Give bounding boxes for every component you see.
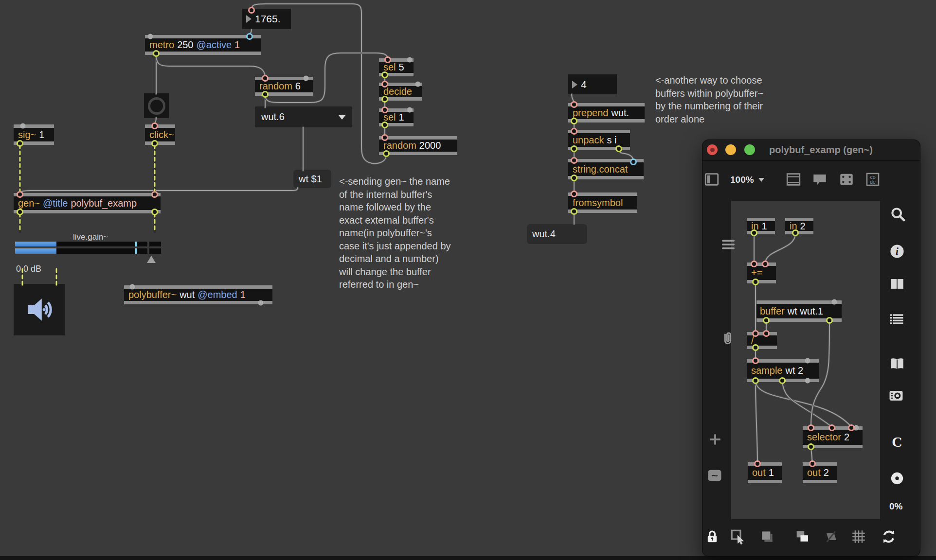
inlet-bar (145, 35, 261, 38)
inlet-bar (14, 193, 161, 196)
object-box-click[interactable]: click~ (145, 124, 175, 145)
outlet-bar (747, 379, 819, 382)
message-box-wut4[interactable]: wut.4 (527, 224, 587, 244)
outlet-bar (747, 280, 776, 283)
inlet-bar (145, 124, 175, 128)
object-box-sel-1[interactable]: sel1 (379, 108, 414, 126)
livegain-db-label: 0.0 dB (16, 264, 41, 274)
outlet-bar (747, 346, 777, 349)
livegain-divider (147, 242, 149, 246)
gen-box-in-1[interactable]: in1 (747, 218, 775, 234)
object-box-polybuffer[interactable]: polybuffer~wut@embed1 (124, 285, 272, 304)
livegain-tick (135, 248, 137, 254)
livegain-meter-fill (15, 248, 56, 254)
bang-circle-icon (148, 97, 165, 115)
outlet-bar (379, 73, 414, 76)
object-box-unpack[interactable]: unpacks i (568, 130, 630, 150)
inlet-bar (747, 359, 819, 363)
outlet-bar (145, 52, 261, 55)
number-box-4[interactable]: 4 (568, 74, 617, 94)
object-box-random-2000[interactable]: random2000 (379, 136, 457, 155)
livegain-meter-track (15, 248, 161, 254)
object-text: gen~@titlepolybuf_examp (18, 198, 137, 209)
object-text: decide (383, 86, 412, 97)
object-text: += (751, 267, 762, 279)
outlet-bar (145, 141, 175, 145)
gen-box-buffer[interactable]: bufferwt wut.1 (756, 300, 842, 322)
object-box-random-6[interactable]: random6 (255, 77, 313, 96)
object-box-metro[interactable]: metro250@active1 (145, 35, 261, 55)
object-text: in2 (790, 221, 806, 232)
object-box-sel-5[interactable]: sel5 (379, 58, 414, 76)
outlet-bar (803, 445, 863, 448)
outlet-bar (255, 92, 313, 96)
gen-box-sample[interactable]: samplewt 2 (747, 359, 819, 382)
outlet-bar (568, 119, 645, 122)
inlet-bar (14, 124, 54, 128)
chevron-down-icon (338, 115, 346, 120)
object-text: random6 (259, 81, 301, 92)
object-text: metro250@active1 (149, 39, 240, 51)
outlet-bar (748, 480, 782, 483)
speaker-icon (22, 292, 57, 327)
inlet-bar (756, 300, 842, 304)
patcher-canvas: 1765.metro250@active1random6wut.6sel5dec… (0, 0, 936, 560)
gen-box-out-1[interactable]: out1 (748, 462, 782, 483)
object-text: click~ (149, 129, 174, 140)
gen-box-selector[interactable]: selector2 (803, 426, 863, 448)
inlet-bar (124, 285, 272, 289)
object-box-prepend[interactable]: prependwut. (568, 103, 645, 122)
inlet-bar (379, 58, 414, 62)
gen-box-out-2[interactable]: out2 (803, 462, 837, 483)
livegain-meter-fill (15, 242, 56, 246)
umenu-selected-value: wut.6 (261, 111, 285, 122)
object-text: bufferwt wut.1 (760, 306, 823, 317)
gen-box-in-2[interactable]: in2 (785, 218, 813, 234)
object-text: sel5 (383, 62, 404, 73)
livegain-meter-track (15, 242, 161, 246)
object-box-gen[interactable]: gen~@titlepolybuf_examp (14, 193, 161, 213)
object-text: random2000 (383, 140, 441, 151)
outlet-bar (124, 301, 272, 304)
livegain-slider[interactable]: live.gain~ (14, 228, 161, 265)
object-text: samplewt 2 (751, 365, 803, 376)
object-text: / (751, 335, 754, 346)
message-box-wt-dollar1[interactable]: wt $1 (293, 170, 331, 188)
button-bang[interactable] (144, 93, 169, 118)
object-box-decide[interactable]: decide (379, 83, 422, 101)
gen-box-divide[interactable]: / (747, 332, 777, 349)
comment-gen-naming: <-sending gen~ the name of the internal … (339, 175, 493, 291)
ezdac-speaker[interactable] (14, 284, 65, 335)
livegain-label: live.gain~ (73, 232, 108, 242)
outlet-bar (568, 176, 644, 179)
object-text: selector2 (807, 432, 849, 443)
outlet-bar (568, 210, 637, 213)
umenu-wut6[interactable]: wut.6 (255, 106, 352, 127)
object-text: sig~1 (18, 129, 44, 140)
object-box-fromsymbol[interactable]: fromsymbol (568, 192, 637, 213)
number-triangle-icon (246, 15, 252, 23)
outlet-bar (379, 97, 422, 101)
outlet-bar (14, 210, 161, 213)
livegain-handle[interactable] (147, 256, 156, 263)
number-triangle-icon (572, 81, 577, 88)
object-text: string.concat (573, 164, 628, 175)
object-text: polybuffer~wut@embed1 (128, 289, 246, 300)
max-patcher-screen: { "palette": { "background": "#3a3a3a", … (0, 0, 936, 560)
number-box-1765[interactable]: 1765. (242, 9, 291, 29)
gen-box-accum[interactable]: += (747, 262, 776, 283)
outlet-bar (379, 123, 414, 126)
object-box-sig[interactable]: sig~1 (14, 124, 54, 145)
inlet-bar (747, 262, 776, 266)
comment-numbering: <-another way to choose buffers within p… (655, 74, 816, 125)
livegain-divider (147, 248, 149, 254)
message-text: wut.4 (532, 228, 556, 240)
inlet-bar (568, 192, 637, 196)
number-value: 1765. (255, 13, 281, 25)
object-box-string-concat[interactable]: string.concat (568, 159, 644, 179)
object-text: prependwut. (573, 107, 629, 119)
inlet-bar (379, 83, 422, 86)
outlet-bar (756, 318, 842, 322)
outlet-bar (568, 147, 630, 150)
object-text: unpacks i (573, 135, 617, 146)
